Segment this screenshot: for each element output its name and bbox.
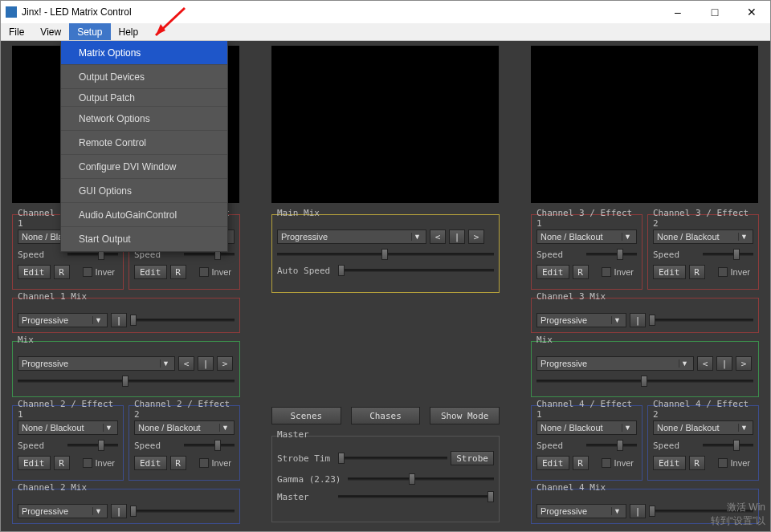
- mainmix-bar-button[interactable]: |: [449, 229, 465, 244]
- ch2e1-speed-slider[interactable]: [67, 440, 118, 451]
- invert-label: Inver: [212, 267, 231, 277]
- mainmix-left-button[interactable]: <: [430, 229, 446, 244]
- ch4e2-effect-combo[interactable]: None / Blackout▼: [653, 420, 753, 435]
- ch4e1-speed-slider[interactable]: [586, 440, 637, 451]
- ch3e2-edit-button[interactable]: Edit: [653, 265, 686, 279]
- ch2e2-invert-check[interactable]: [199, 458, 209, 468]
- ch3mix-slider[interactable]: [649, 315, 753, 326]
- ch2mix-bar-button[interactable]: |: [111, 504, 127, 518]
- ch4e1-r-button[interactable]: R: [573, 456, 589, 470]
- rightmix-combo[interactable]: Progressive▼: [536, 356, 694, 371]
- ch4e2-speed-slider[interactable]: [703, 440, 753, 451]
- ch4mix-slider[interactable]: [649, 506, 753, 517]
- speed-label: Speed: [134, 441, 181, 451]
- menu-remote-control[interactable]: Remote Control: [61, 131, 227, 155]
- chevron-down-icon: ▼: [738, 424, 749, 432]
- leftmix-combo[interactable]: Progressive▼: [18, 356, 175, 371]
- close-button[interactable]: ✕: [733, 1, 770, 23]
- leftmix-bar-button[interactable]: |: [198, 356, 214, 371]
- ch1mix-slider[interactable]: [130, 315, 235, 326]
- menu-output-devices[interactable]: Output Devices: [61, 65, 227, 89]
- gamma-slider[interactable]: [348, 473, 494, 485]
- minimize-button[interactable]: –: [659, 1, 696, 23]
- rightmix-left-button[interactable]: <: [697, 356, 713, 371]
- leftmix-left-button[interactable]: <: [178, 356, 194, 371]
- ch1e2-invert-check[interactable]: [199, 267, 209, 277]
- ch3e2-invert-check[interactable]: [718, 267, 728, 277]
- mainmix-right-button[interactable]: >: [468, 229, 484, 244]
- strobe-button[interactable]: Strobe: [451, 451, 494, 465]
- ch3e1-effect-combo[interactable]: None / Blackout▼: [536, 229, 637, 244]
- chevron-down-icon: ▼: [738, 233, 749, 241]
- mainmix-combo[interactable]: Progressive▼: [277, 229, 426, 244]
- rightmix-slider[interactable]: [536, 376, 753, 387]
- ch3e1-edit-button[interactable]: Edit: [536, 265, 569, 279]
- menu-audio-agc[interactable]: Audio AutoGainControl: [61, 203, 227, 227]
- ch4e2-r-button[interactable]: R: [689, 456, 705, 470]
- ch1e1-invert-check[interactable]: [83, 267, 92, 277]
- leftmix-slider[interactable]: [18, 376, 235, 387]
- ch1e2-edit-button[interactable]: Edit: [134, 265, 167, 279]
- ch4e1-effect-combo[interactable]: None / Blackout▼: [536, 420, 637, 435]
- preview-center: [271, 46, 499, 203]
- ch4mix-combo[interactable]: Progressive▼: [536, 504, 626, 518]
- ch3e1-speed-slider[interactable]: [586, 249, 637, 260]
- rightmix-right-button[interactable]: >: [736, 356, 752, 371]
- menu-help[interactable]: Help: [111, 23, 147, 40]
- ch2-effect2-group: Channel 2 / Effect 2 None / Blackout▼ Sp…: [128, 405, 240, 481]
- menu-gui-options[interactable]: GUI Options: [61, 179, 227, 203]
- ch4e1-edit-button[interactable]: Edit: [536, 456, 569, 470]
- ch2e2-r-button[interactable]: R: [170, 456, 186, 470]
- ch2e2-speed-slider[interactable]: [184, 440, 235, 451]
- main-mix-legend: Main Mix: [277, 208, 320, 218]
- rightmix-bar-button[interactable]: |: [716, 356, 732, 371]
- menu-file[interactable]: File: [1, 23, 32, 40]
- ch3e2-effect-combo[interactable]: None / Blackout▼: [653, 229, 753, 244]
- menu-setup[interactable]: Setup: [69, 23, 110, 40]
- ch2mix-combo[interactable]: Progressive▼: [18, 504, 108, 518]
- ch3e1-invert-check[interactable]: [602, 267, 611, 277]
- showmode-button[interactable]: Show Mode: [430, 407, 500, 424]
- menu-output-patch[interactable]: Output Patch: [61, 89, 227, 107]
- ch1mix-bar-button[interactable]: |: [111, 313, 127, 327]
- ch3e2-speed-slider[interactable]: [703, 249, 753, 260]
- speed-label: Speed: [18, 441, 64, 451]
- chases-button[interactable]: Chases: [351, 407, 421, 424]
- maximize-button[interactable]: □: [696, 1, 733, 23]
- menu-view[interactable]: View: [32, 23, 69, 40]
- strobe-tim-slider[interactable]: [338, 453, 447, 464]
- ch4-mix-legend: Channel 4 Mix: [536, 482, 606, 493]
- autospeed-slider[interactable]: [338, 265, 494, 276]
- invert-label: Inver: [96, 458, 115, 468]
- ch4e2-edit-button[interactable]: Edit: [653, 456, 686, 470]
- ch1e1-edit-button[interactable]: Edit: [18, 265, 51, 279]
- ch3mix-combo[interactable]: Progressive▼: [536, 313, 626, 327]
- menu-network-options[interactable]: Network Options: [61, 107, 227, 131]
- ch2e1-edit-button[interactable]: Edit: [18, 456, 51, 470]
- ch1e1-r-button[interactable]: R: [54, 265, 70, 279]
- ch3mix-bar-button[interactable]: |: [630, 313, 646, 327]
- ch4e1-invert-check[interactable]: [602, 458, 611, 468]
- master-slider[interactable]: [338, 491, 494, 502]
- menubar: File View Setup Help: [1, 23, 770, 41]
- mainmix-slider[interactable]: [277, 249, 494, 260]
- ch4-effect2-legend: Channel 4 / Effect 2: [653, 399, 758, 420]
- ch2e1-invert-check[interactable]: [83, 458, 92, 468]
- ch1mix-combo[interactable]: Progressive▼: [18, 313, 108, 327]
- ch2e1-r-button[interactable]: R: [54, 456, 70, 470]
- scenes-button[interactable]: Scenes: [271, 407, 341, 424]
- ch1e2-r-button[interactable]: R: [170, 265, 186, 279]
- ch3-effect2-legend: Channel 3 / Effect 2: [653, 208, 758, 229]
- menu-matrix-options[interactable]: Matrix Options: [61, 41, 227, 65]
- ch4e2-invert-check[interactable]: [718, 458, 728, 468]
- ch2mix-slider[interactable]: [130, 506, 235, 517]
- ch2e2-effect-combo[interactable]: None / Blackout▼: [134, 420, 235, 435]
- ch3e2-r-button[interactable]: R: [689, 265, 705, 279]
- ch2e1-effect-combo[interactable]: None / Blackout▼: [18, 420, 118, 435]
- ch2e2-edit-button[interactable]: Edit: [134, 456, 167, 470]
- ch4mix-bar-button[interactable]: |: [630, 504, 646, 518]
- menu-configure-dvi[interactable]: Configure DVI Window: [61, 155, 227, 179]
- menu-start-output[interactable]: Start Output: [61, 227, 227, 251]
- leftmix-right-button[interactable]: >: [217, 356, 233, 371]
- ch3e1-r-button[interactable]: R: [573, 265, 589, 279]
